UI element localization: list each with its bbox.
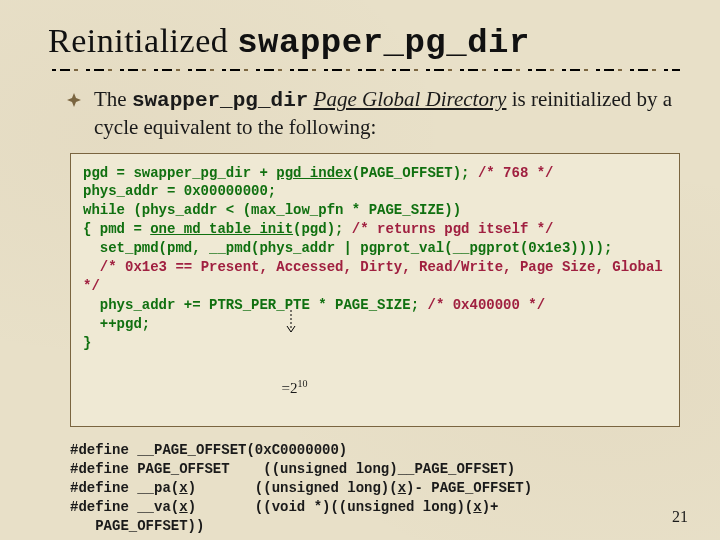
arrow-down-icon xyxy=(285,310,297,336)
title-divider xyxy=(48,68,680,72)
code-l4b: one_md_table_init xyxy=(150,221,293,237)
def-3c: )- PAGE_OFFSET) xyxy=(406,480,532,496)
bullet-text: The swapper_pg_dir Page Global Directory… xyxy=(94,86,680,141)
def-3u: x xyxy=(179,480,187,496)
code-l4c: (pgd); xyxy=(293,221,343,237)
code-l7b: /* 0x400000 */ xyxy=(419,297,545,313)
code-l8: ++pgd; xyxy=(83,316,150,332)
defines-block: #define __PAGE_OFFSET(0xC0000000) #defin… xyxy=(70,441,680,535)
code-l6: /* 0x1e3 == Present, Accessed, Dirty, Re… xyxy=(83,259,671,294)
code-l4a: { pmd = xyxy=(83,221,150,237)
code-l5: set_pmd(pmd, __pmd(phys_addr | pgprot_va… xyxy=(83,240,612,256)
def-4u: x xyxy=(179,499,187,515)
code-block: pgd = swapper_pg_dir + pgd_index(PAGE_OF… xyxy=(70,153,680,428)
code-l4d: /* returns pgd itself */ xyxy=(343,221,553,237)
bullet-item: The swapper_pg_dir Page Global Directory… xyxy=(48,86,680,141)
title-mono: swapper_pg_dir xyxy=(237,24,530,62)
bullet-pre: The xyxy=(94,87,132,111)
bullet-term: Page Global Directory xyxy=(314,87,507,111)
bullet-mono: swapper_pg_dir xyxy=(132,89,308,112)
code-l1d: /* 768 */ xyxy=(469,165,553,181)
def-4b: ) ((void *)((unsigned long)( xyxy=(188,499,474,515)
def-3a: #define __pa( xyxy=(70,480,179,496)
code-l7a: phys_addr += PTRS_PER_PTE * PAGE_SIZE; xyxy=(83,297,419,313)
title-prefix: Reinitialized xyxy=(48,22,237,59)
code-l1b: pgd_index xyxy=(276,165,352,181)
code-l9: } xyxy=(83,335,91,351)
def-1: #define __PAGE_OFFSET(0xC0000000) xyxy=(70,442,347,458)
bullet-icon xyxy=(66,92,82,141)
def-5: PAGE_OFFSET)) xyxy=(70,518,204,534)
code-l1a: pgd = swapper_pg_dir + xyxy=(83,165,276,181)
annotation-exp: 10 xyxy=(297,378,307,389)
def-4a: #define __va( xyxy=(70,499,179,515)
def-4u2: x xyxy=(473,499,481,515)
code-l2: phys_addr = 0x00000000; xyxy=(83,183,276,199)
code-l3: while (phys_addr < (max_low_pfn * PAGE_S… xyxy=(83,202,461,218)
slide-title: Reinitialized swapper_pg_dir xyxy=(48,22,680,62)
def-3u2: x xyxy=(398,480,406,496)
annotation-eq: =2 xyxy=(282,380,298,396)
page-number: 21 xyxy=(672,508,688,526)
def-4c: )+ xyxy=(482,499,499,515)
def-2: #define PAGE_OFFSET ((unsigned long)__PA… xyxy=(70,461,515,477)
annotation: =210 xyxy=(259,336,307,418)
code-l1c: (PAGE_OFFSET); xyxy=(352,165,470,181)
def-3b: ) ((unsigned long)( xyxy=(188,480,398,496)
